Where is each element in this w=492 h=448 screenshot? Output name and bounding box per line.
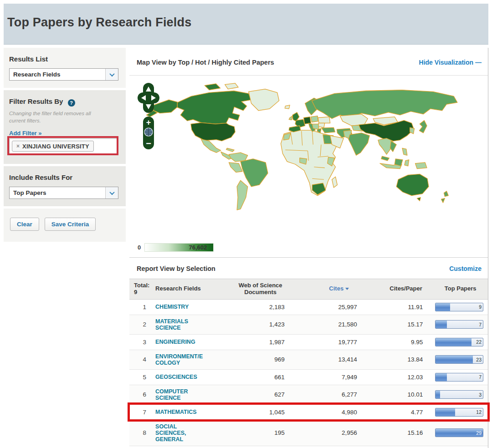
- top-papers-bar: 3: [435, 390, 483, 399]
- table-header-row: Total: 9 Research Fields Web of Science …: [129, 279, 488, 300]
- results-table: Total: 9 Research Fields Web of Science …: [129, 279, 488, 448]
- results-list-dropdown[interactable]: Research Fields: [9, 68, 118, 81]
- collapse-icon: —: [475, 59, 482, 66]
- map-brazil: [241, 159, 268, 187]
- filter-panel: Filter Results By ? Changing the filter …: [4, 90, 126, 164]
- table-row: 6 COMPUTER SCIENCE 627 6,277 10.01 3: [129, 385, 488, 404]
- active-filter-label: XINJIANG UNIVERSITY: [22, 143, 89, 150]
- map-turkey: [322, 127, 335, 133]
- table-row: 3 ENGINEERING 1,987 19,777 9.95 22: [129, 334, 488, 350]
- map-australia: [396, 174, 429, 195]
- table-row: 0 ALL FIELDS 11,196 124,548 11.12 139: [129, 446, 488, 448]
- chevron-down-icon[interactable]: [105, 69, 118, 80]
- results-list-panel: Results List Research Fields: [4, 48, 126, 88]
- legend-gradient-bar: 76,602: [144, 243, 214, 252]
- column-header-cites-per-paper[interactable]: Cites/Paper: [379, 279, 433, 300]
- map-korea: [410, 127, 415, 134]
- map-tasmania: [417, 198, 420, 201]
- customize-link[interactable]: Customize: [449, 265, 482, 272]
- zoom-out-icon[interactable]: −: [146, 138, 151, 148]
- column-header-top-papers[interactable]: Top Papers: [433, 279, 488, 300]
- map-africa[interactable]: [281, 130, 338, 196]
- page-header: Top Papers by Research Fields: [4, 4, 488, 45]
- table-row: 5 GEOSCIENCES 661 7,949 12.03 7: [129, 369, 488, 385]
- save-criteria-button[interactable]: Save Criteria: [45, 218, 96, 231]
- map-japan: [419, 120, 427, 133]
- active-filter-tag[interactable]: × XINJIANG UNIVERSITY: [12, 141, 94, 152]
- include-results-dropdown[interactable]: Top Papers: [9, 187, 118, 199]
- table-row: 1 CHEMISTRY 2,183 25,997 11.91 9: [129, 299, 488, 315]
- report-view-title: Report View by Selection: [137, 265, 215, 272]
- hide-visualization-link[interactable]: Hide Visualization —: [419, 59, 482, 66]
- map-oceania[interactable]: [396, 174, 448, 203]
- map-madagascar: [332, 177, 338, 188]
- add-filter-link[interactable]: Add Filter »: [9, 130, 42, 137]
- report-view-header: Report View by Selection Customize: [129, 257, 488, 279]
- top-papers-bar: 12: [435, 408, 483, 417]
- map-container: + −: [129, 76, 488, 257]
- field-link[interactable]: ENVIRONMENT/E COLOGY: [155, 353, 203, 366]
- remove-filter-icon[interactable]: ×: [16, 143, 20, 149]
- map-mexico: [201, 139, 220, 153]
- map-argentina: [237, 180, 248, 210]
- filter-results-label: Filter Results By: [9, 97, 63, 105]
- actions-panel: Clear Save Criteria: [4, 209, 126, 242]
- field-link[interactable]: CHEMISTRY: [155, 304, 189, 310]
- map-view-title: Map View by Top / Hot / Highly Cited Pap…: [137, 59, 274, 66]
- table-row: 2 MATERIALS SCIENCE 1,423 21,580 15.17 7: [129, 315, 488, 334]
- field-link[interactable]: ENGINEERING: [155, 339, 195, 345]
- results-list-value: Research Fields: [10, 71, 105, 78]
- page-title: Top Papers by Research Fields: [7, 15, 488, 30]
- include-results-label: Include Results For: [9, 173, 120, 181]
- include-results-value: Top Papers: [10, 189, 105, 196]
- total-count: Total: 9: [129, 279, 153, 300]
- map-russia: [312, 90, 457, 119]
- column-header-documents[interactable]: Web of Science Documents: [226, 279, 314, 300]
- top-papers-bar: 7: [435, 320, 483, 329]
- map-kazakhstan: [340, 114, 368, 126]
- map-canada: [177, 91, 251, 124]
- page: Top Papers by Research Fields Results Li…: [0, 0, 492, 448]
- map-philippines: [402, 148, 407, 155]
- field-link[interactable]: MATERIALS SCIENCE: [155, 318, 188, 331]
- top-papers-bar: 22: [435, 338, 483, 346]
- top-papers-bar: 23: [435, 355, 483, 364]
- zoom-in-icon[interactable]: +: [146, 118, 151, 127]
- include-results-panel: Include Results For Top Papers: [4, 166, 126, 206]
- map-new-zealand: [441, 191, 449, 203]
- table-row: 4 ENVIRONMENT/E COLOGY 969 13,414 13.84 …: [129, 350, 488, 369]
- filter-note: Changing the filter field removes all cu…: [9, 110, 105, 124]
- filter-sidebar: Results List Research Fields Filter Resu…: [4, 48, 126, 242]
- legend-min-value: 0: [138, 244, 141, 251]
- map-usa: [191, 122, 235, 141]
- main-panel: Map View by Top / Hot / Highly Cited Pap…: [129, 48, 488, 448]
- zoom-control[interactable]: + −: [143, 117, 154, 149]
- results-list-label: Results List: [9, 55, 120, 63]
- sort-desc-icon: [345, 288, 349, 290]
- top-papers-bar: 9: [435, 303, 483, 311]
- help-icon[interactable]: ?: [68, 99, 75, 107]
- map-legend: 0 76,602: [133, 240, 488, 257]
- clear-button[interactable]: Clear: [10, 218, 39, 231]
- table-row-highlighted: 7 MATHEMATICS 1,045 4,980 4.77 12: [129, 404, 488, 420]
- field-link[interactable]: GEOSCIENCES: [155, 374, 197, 380]
- field-link[interactable]: MATHEMATICS: [155, 409, 197, 415]
- map-south-america[interactable]: [229, 153, 268, 210]
- world-map[interactable]: [133, 77, 478, 239]
- map-iceland: [285, 105, 290, 109]
- top-papers-bar: 7: [435, 373, 483, 382]
- map-india: [348, 133, 369, 155]
- column-header-cites[interactable]: Cites: [314, 279, 379, 300]
- field-link[interactable]: COMPUTER SCIENCE: [155, 388, 188, 401]
- map-greenland: [249, 89, 279, 111]
- field-link[interactable]: SOCIAL SCIENCES, GENERAL: [155, 423, 186, 443]
- top-papers-bar: 29: [435, 428, 483, 437]
- column-header-research-fields[interactable]: Research Fields: [153, 279, 226, 300]
- filter-input[interactable]: × XINJIANG UNIVERSITY: [9, 138, 118, 154]
- chevron-down-icon[interactable]: [105, 187, 118, 199]
- map-navigation-controls[interactable]: + −: [137, 82, 160, 151]
- legend-max-value: 76,602: [189, 244, 207, 251]
- map-germany: [304, 117, 311, 124]
- map-north-america[interactable]: [147, 83, 290, 159]
- pan-control[interactable]: [138, 83, 159, 113]
